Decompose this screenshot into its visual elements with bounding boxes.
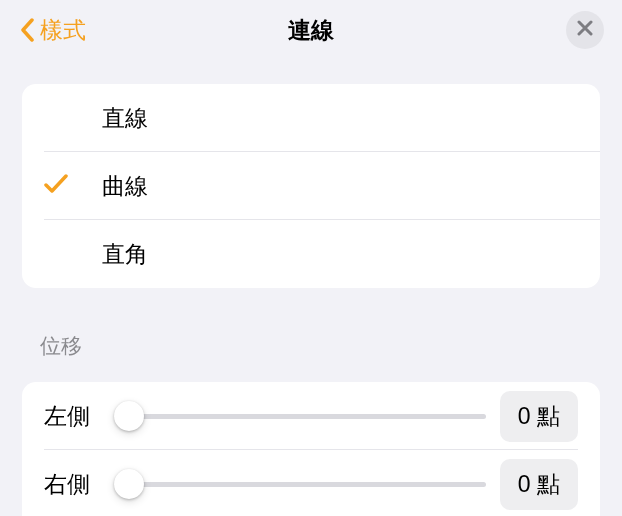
offset-label-left: 左側: [44, 401, 100, 432]
slider-thumb[interactable]: [114, 469, 144, 499]
chevron-left-icon: [18, 16, 38, 44]
offset-row-right: 右側 0 點: [22, 450, 600, 516]
offset-slider-left[interactable]: [114, 401, 486, 431]
offset-section: 左側 0 點 右側 0 點: [22, 382, 600, 516]
offset-value-right[interactable]: 0 點: [500, 459, 578, 510]
close-icon: [577, 20, 593, 40]
line-type-option-straight[interactable]: 直線: [22, 84, 600, 152]
slider-thumb[interactable]: [114, 401, 144, 431]
close-button[interactable]: [566, 11, 604, 49]
option-label: 曲線: [102, 171, 148, 202]
option-label: 直角: [102, 239, 148, 270]
offset-section-label: 位移: [40, 332, 622, 360]
line-type-list: 直線 曲線 直角: [22, 84, 600, 288]
offset-row-left: 左側 0 點: [22, 382, 600, 450]
checkmark-icon: [44, 173, 68, 199]
back-button[interactable]: 樣式: [18, 15, 86, 46]
offset-value-left[interactable]: 0 點: [500, 391, 578, 442]
line-type-option-right-angle[interactable]: 直角: [22, 220, 600, 288]
offset-slider-right[interactable]: [114, 469, 486, 499]
line-type-option-curved[interactable]: 曲線: [22, 152, 600, 220]
option-label: 直線: [102, 103, 148, 134]
offset-label-right: 右側: [44, 469, 100, 500]
checkmark-slot: [44, 173, 102, 199]
back-label: 樣式: [40, 15, 86, 46]
page-title: 連線: [288, 15, 334, 46]
